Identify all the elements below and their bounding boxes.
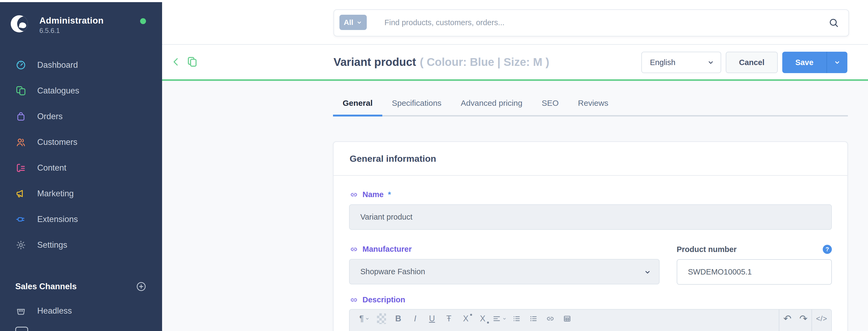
gear-icon <box>15 239 27 251</box>
tab-advanced-pricing[interactable]: Advanced pricing <box>451 91 532 115</box>
insert-table-button[interactable] <box>559 311 576 327</box>
cancel-button-label: Cancel <box>739 58 764 67</box>
manufacturer-field: Manufacturer Shopware Fashion <box>349 245 659 285</box>
app-version: 6.5.6.1 <box>39 27 60 35</box>
sidebar-item-catalogues[interactable]: Catalogues <box>0 78 162 104</box>
cancel-button[interactable]: Cancel <box>726 52 778 73</box>
dashboard-icon <box>15 60 27 71</box>
name-input[interactable] <box>349 204 832 230</box>
partial-channel-icon[interactable] <box>15 327 28 331</box>
manufacturer-select-value: Shopware Fashion <box>360 267 425 276</box>
sidebar-item-settings[interactable]: Settings <box>0 232 162 258</box>
insert-link-button[interactable] <box>542 311 559 327</box>
italic-button[interactable]: I <box>407 311 424 327</box>
undo-button[interactable]: ↶ <box>779 311 796 327</box>
inheritance-link-icon[interactable] <box>349 245 359 253</box>
sidebar-item-label: Settings <box>37 240 67 250</box>
subscript-dot <box>487 322 489 324</box>
page-title: Variant product ( Colour: Blue | Size: M… <box>334 45 549 79</box>
sales-channels-heading: Sales Channels <box>15 282 135 291</box>
language-select-value: English <box>650 58 707 67</box>
manufacturer-label-row: Manufacturer <box>349 245 659 254</box>
paragraph-style-dropdown[interactable]: ¶ <box>356 311 373 327</box>
tab-label: Specifications <box>392 99 441 108</box>
text-align-dropdown[interactable] <box>491 311 508 327</box>
manufacturer-select[interactable]: Shopware Fashion <box>349 259 659 285</box>
search-scope-dropdown[interactable]: All <box>339 15 367 30</box>
catalogues-icon <box>15 85 27 96</box>
tab-specifications[interactable]: Specifications <box>382 91 451 115</box>
description-label: Description <box>363 295 405 304</box>
card-header: General information <box>334 142 847 176</box>
sidebar-item-marketing[interactable]: Marketing <box>0 181 162 206</box>
sidebar-item-orders[interactable]: Orders <box>0 104 162 129</box>
sidebar-item-headless[interactable]: Headless <box>0 298 162 324</box>
superscript-icon: X <box>463 314 469 324</box>
save-dropdown-button[interactable] <box>827 52 847 73</box>
card-body: Name * Manufacturer Shopware <box>334 176 847 331</box>
inheritance-link-icon[interactable] <box>349 296 359 304</box>
underline-button[interactable]: U <box>424 311 440 327</box>
sidebar-item-dashboard[interactable]: Dashboard <box>0 52 162 78</box>
bullet-list-icon <box>512 315 521 323</box>
strikethrough-button[interactable]: Ŧ <box>440 311 457 327</box>
underline-icon: U <box>429 314 435 324</box>
paragraph-icon: ¶ <box>359 314 364 324</box>
extensions-icon <box>15 214 27 225</box>
shopware-admin-root: Administration 6.5.6.1 Dashboard Catalog… <box>0 0 868 331</box>
status-dot <box>140 18 146 24</box>
product-number-field: Product number ? <box>677 245 832 285</box>
tab-reviews[interactable]: Reviews <box>568 91 618 115</box>
search-icon[interactable] <box>828 17 839 28</box>
redo-icon: ↷ <box>799 313 807 324</box>
product-title: Variant product <box>334 56 416 69</box>
tab-label: Advanced pricing <box>461 99 522 108</box>
sidebar-item-customers[interactable]: Customers <box>0 129 162 155</box>
bold-button[interactable]: B <box>390 311 407 327</box>
inheritance-link-icon[interactable] <box>349 191 359 198</box>
card-heading: General information <box>350 154 436 164</box>
table-icon <box>563 315 571 323</box>
tab-seo[interactable]: SEO <box>532 91 568 115</box>
save-button[interactable]: Save <box>782 52 827 73</box>
duplicate-product-icon[interactable] <box>185 55 199 69</box>
sidebar-item-label: Content <box>37 163 66 173</box>
product-number-input[interactable] <box>677 259 832 285</box>
help-icon[interactable]: ? <box>823 245 832 254</box>
chevron-down-icon <box>356 19 363 26</box>
redo-button[interactable]: ↷ <box>796 311 811 327</box>
main-content: General Specifications Advanced pricing … <box>162 81 868 331</box>
code-view-button[interactable]: </> <box>812 311 831 327</box>
orders-icon <box>15 111 27 122</box>
sidebar-item-label: Extensions <box>37 214 78 224</box>
tab-label: Reviews <box>578 99 608 108</box>
product-number-label: Product number <box>677 245 737 254</box>
numbered-list-button[interactable] <box>525 311 542 327</box>
back-arrow-icon[interactable] <box>170 56 182 68</box>
superscript-button[interactable]: X <box>457 311 474 327</box>
text-color-button[interactable] <box>373 311 390 327</box>
search-input[interactable] <box>384 12 781 33</box>
name-field-label: Name <box>363 190 384 199</box>
tab-general[interactable]: General <box>333 91 382 115</box>
app-logo-block[interactable]: Administration 6.5.6.1 <box>11 14 151 35</box>
global-search[interactable]: All <box>334 9 849 36</box>
rich-text-editor-toolbar: ¶ B I U Ŧ X X <box>349 309 832 331</box>
undo-icon: ↶ <box>783 313 792 324</box>
chevron-down-icon <box>833 59 841 66</box>
sidebar-item-extensions[interactable]: Extensions <box>0 206 162 232</box>
add-sales-channel-button[interactable] <box>135 281 147 292</box>
strikethrough-icon: Ŧ <box>446 314 452 324</box>
sidebar-item-content[interactable]: Content <box>0 155 162 181</box>
search-scope-label: All <box>344 18 353 27</box>
bullet-list-button[interactable] <box>508 311 525 327</box>
top-bar: All <box>162 0 868 45</box>
chevron-down-icon <box>707 58 715 66</box>
language-select[interactable]: English <box>641 52 721 73</box>
subscript-button[interactable]: X <box>474 311 491 327</box>
code-icon: </> <box>816 315 827 323</box>
subscript-icon: X <box>480 314 486 324</box>
marketing-icon <box>15 188 27 199</box>
app-title: Administration <box>39 15 104 26</box>
link-icon <box>546 315 555 323</box>
